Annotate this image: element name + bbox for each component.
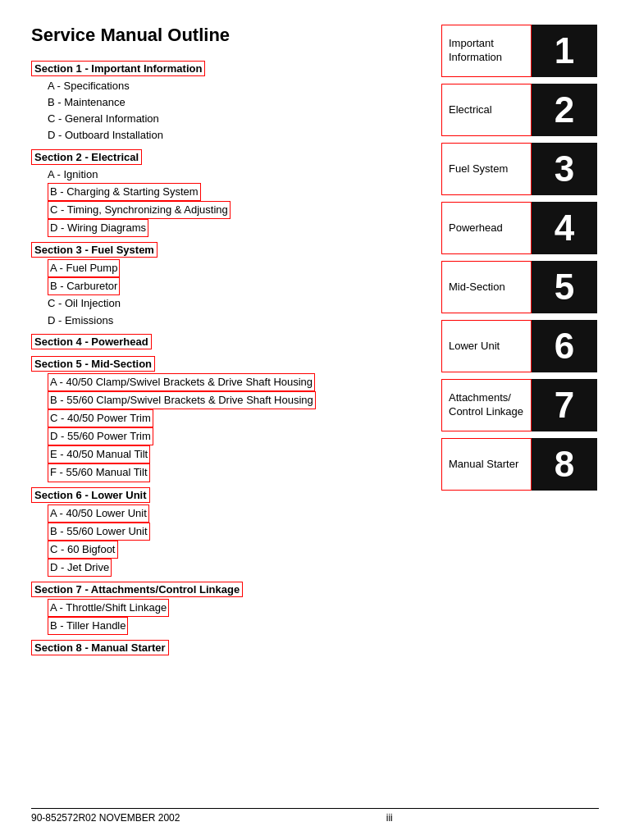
sec3-item-b-box: B - Carburetor <box>48 277 120 295</box>
sec6-item-b: B - 55/60 Lower Unit <box>31 523 376 541</box>
section-8-header: Section 8 - Manual Starter <box>31 640 169 655</box>
tab-number-7: 7 <box>532 379 597 431</box>
sec1-item-a: A - Specifications <box>31 78 376 94</box>
page-container: Service Manual Outline Section 1 - Impor… <box>0 0 630 840</box>
sec3-item-a-box: A - Fuel Pump <box>48 259 120 277</box>
sec2-item-a: A - Ignition <box>31 167 376 183</box>
tab-row-6[interactable]: Lower Unit 6 <box>441 320 630 372</box>
section-3-header: Section 3 - Fuel System <box>31 242 158 258</box>
tab-label-3: Fuel System <box>441 143 532 195</box>
tab-row-2[interactable]: Electrical 2 <box>441 84 630 136</box>
footer-center: iii <box>386 812 393 824</box>
sec5-item-c-box: C - 40/50 Power Trim <box>48 409 153 427</box>
sec5-item-e: E - 40/50 Manual Tilt <box>31 445 376 463</box>
tabs-column: ImportantInformation 1 Electrical 2 Fuel… <box>441 25 630 497</box>
section-2-block: Section 2 - Electrical A - Ignition B - … <box>31 146 376 238</box>
sec6-item-b-box: B - 55/60 Lower Unit <box>48 523 150 541</box>
tab-row-5[interactable]: Mid-Section 5 <box>441 261 630 313</box>
tab-number-3: 3 <box>532 143 597 195</box>
section-1-header: Section 1 - Important Information <box>31 61 205 76</box>
sec6-item-a-box: A - 40/50 Lower Unit <box>48 504 149 523</box>
section-8-block: Section 8 - Manual Starter <box>31 637 376 657</box>
tab-label-8: Manual Starter <box>441 438 532 491</box>
tab-label-4: Powerhead <box>441 202 532 254</box>
tab-number-2: 2 <box>532 84 597 136</box>
tab-number-5: 5 <box>532 261 597 313</box>
tab-label-1: ImportantInformation <box>441 25 532 77</box>
tab-row-8[interactable]: Manual Starter 8 <box>441 438 630 491</box>
outline-column: Service Manual Outline Section 1 - Impor… <box>31 25 376 659</box>
section-2-header: Section 2 - Electrical <box>31 149 142 165</box>
sec5-item-c: C - 40/50 Power Trim <box>31 409 376 427</box>
section-1-block: Section 1 - Important Information A - Sp… <box>31 57 376 144</box>
page-title: Service Manual Outline <box>31 25 376 46</box>
tab-label-2: Electrical <box>441 84 532 136</box>
footer: 90-852572R02 NOVEMBER 2002 iii <box>31 808 599 824</box>
sec3-item-b: B - Carburetor <box>31 277 376 295</box>
sec1-item-b: B - Maintenance <box>31 94 376 111</box>
tab-row-3[interactable]: Fuel System 3 <box>441 143 630 195</box>
sec6-item-c: C - 60 Bigfoot <box>31 541 376 559</box>
tab-number-6: 6 <box>532 320 597 372</box>
sec7-item-b: B - Tiller Handle <box>31 617 376 635</box>
sec1-item-c: C - General Information <box>31 111 376 127</box>
sec7-item-a-box: A - Throttle/Shift Linkage <box>48 599 169 617</box>
section-5-block: Section 5 - Mid-Section A - 40/50 Clamp/… <box>31 353 376 482</box>
sec7-item-a: A - Throttle/Shift Linkage <box>31 599 376 617</box>
tab-row-7[interactable]: Attachments/Control Linkage 7 <box>441 379 630 431</box>
sec2-item-d: D - Wiring Diagrams <box>31 219 376 237</box>
sec6-item-c-box: C - 60 Bigfoot <box>48 541 118 559</box>
sec5-item-b: B - 55/60 Clamp/Swivel Brackets & Drive … <box>31 391 376 409</box>
sec2-item-c-box: C - Timing, Synchronizing & Adjusting <box>48 201 231 219</box>
sec3-item-a: A - Fuel Pump <box>31 259 376 277</box>
sec5-item-b-box: B - 55/60 Clamp/Swivel Brackets & Drive … <box>48 391 316 409</box>
section-5-header: Section 5 - Mid-Section <box>31 356 155 372</box>
tab-label-6: Lower Unit <box>441 320 532 372</box>
section-4-block: Section 4 - Powerhead <box>31 331 376 351</box>
sec7-item-b-box: B - Tiller Handle <box>48 617 128 635</box>
sec5-item-e-box: E - 40/50 Manual Tilt <box>48 445 150 463</box>
sec6-item-a: A - 40/50 Lower Unit <box>31 504 376 523</box>
section-3-block: Section 3 - Fuel System A - Fuel Pump B … <box>31 239 376 329</box>
sec5-item-f: F - 55/60 Manual Tilt <box>31 463 376 482</box>
sec5-item-a-box: A - 40/50 Clamp/Swivel Brackets & Drive … <box>48 373 315 391</box>
tab-number-8: 8 <box>532 438 597 491</box>
sec2-item-d-box: D - Wiring Diagrams <box>48 219 148 237</box>
tab-row-4[interactable]: Powerhead 4 <box>441 202 630 254</box>
tab-row-1[interactable]: ImportantInformation 1 <box>441 25 630 77</box>
tab-number-4: 4 <box>532 202 597 254</box>
sec2-item-c: C - Timing, Synchronizing & Adjusting <box>31 201 376 219</box>
section-4-header: Section 4 - Powerhead <box>31 334 152 349</box>
tab-label-5: Mid-Section <box>441 261 532 313</box>
sec6-item-d: D - Jet Drive <box>31 559 376 577</box>
footer-left: 90-852572R02 NOVEMBER 2002 <box>31 812 180 824</box>
sec1-item-d: D - Outboard Installation <box>31 127 376 144</box>
sec5-item-d-box: D - 55/60 Power Trim <box>48 427 153 445</box>
sec5-item-d: D - 55/60 Power Trim <box>31 427 376 445</box>
sec3-item-c: C - Oil Injection <box>31 295 376 312</box>
section-7-block: Section 7 - Attachments/Control Linkage … <box>31 578 376 635</box>
tab-label-7: Attachments/Control Linkage <box>441 379 532 431</box>
sec5-item-f-box: F - 55/60 Manual Tilt <box>48 463 150 482</box>
tab-number-1: 1 <box>532 25 597 77</box>
sec6-item-d-box: D - Jet Drive <box>48 559 112 577</box>
section-7-header: Section 7 - Attachments/Control Linkage <box>31 582 243 597</box>
sec3-item-d: D - Emissions <box>31 313 376 329</box>
sec2-item-b: B - Charging & Starting System <box>31 183 376 201</box>
sec2-item-b-box: B - Charging & Starting System <box>48 183 201 201</box>
section-6-block: Section 6 - Lower Unit A - 40/50 Lower U… <box>31 484 376 578</box>
section-6-header: Section 6 - Lower Unit <box>31 487 150 503</box>
sec5-item-a: A - 40/50 Clamp/Swivel Brackets & Drive … <box>31 373 376 391</box>
